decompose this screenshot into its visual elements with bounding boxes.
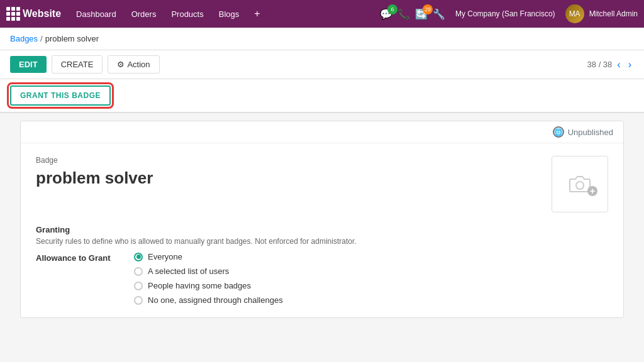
radio-selected-users-label: A selected list of users: [148, 266, 229, 276]
action-button[interactable]: ⚙ Action: [108, 55, 159, 74]
radio-no-one[interactable]: No one, assigned through challenges: [134, 295, 283, 305]
breadcrumb-parent[interactable]: Badges: [10, 34, 38, 43]
nav-blogs[interactable]: Blogs: [213, 6, 246, 23]
avatar[interactable]: MA: [565, 4, 584, 23]
radio-people-badges-circle: [134, 282, 143, 290]
nav-dashboard[interactable]: Dashboard: [70, 6, 123, 23]
chat-icon[interactable]: 💬6: [380, 8, 392, 20]
badge-image-upload[interactable]: +: [552, 156, 608, 212]
brand-logo[interactable]: Website: [23, 8, 61, 19]
allowance-row: Allowance to Grant Everyone A selected l…: [36, 252, 608, 305]
svg-point-0: [576, 182, 584, 189]
add-image-plus-icon: +: [587, 186, 597, 196]
phone-icon[interactable]: 📞: [397, 8, 410, 20]
radio-everyone-label: Everyone: [148, 252, 182, 261]
badge-label: Badge: [36, 156, 539, 165]
grant-bar: GRANT THIS BADGE: [0, 79, 644, 113]
grant-badge-button[interactable]: GRANT THIS BADGE: [10, 85, 111, 106]
radio-selected-users-circle: [134, 267, 143, 276]
company-name[interactable]: My Company (San Francisco): [450, 9, 560, 18]
radio-people-badges[interactable]: People having some badges: [134, 281, 283, 290]
allowance-label: Allowance to Grant: [36, 252, 124, 263]
breadcrumb: Badges / problem solver: [0, 28, 644, 50]
nav-orders[interactable]: Orders: [125, 6, 163, 23]
radio-everyone[interactable]: Everyone: [134, 252, 283, 261]
radio-selected-users[interactable]: A selected list of users: [134, 266, 283, 276]
granting-desc: Security rules to define who is allowed …: [36, 237, 608, 246]
navbar: Website Dashboard Orders Products Blogs …: [0, 0, 644, 28]
breadcrumb-separator: /: [40, 34, 43, 43]
pagination-text: 38 / 38: [587, 60, 613, 69]
main-content: 🌐 Unpublished Badge problem solver +: [0, 113, 644, 360]
publish-status-label: Unpublished: [568, 128, 613, 137]
breadcrumb-current: problem solver: [45, 34, 99, 43]
radio-everyone-circle: [134, 253, 143, 261]
granting-section: Granting Security rules to define who is…: [21, 225, 623, 317]
edit-button[interactable]: EDIT: [10, 56, 47, 73]
publish-bar: 🌐 Unpublished: [21, 121, 623, 143]
action-bar: EDIT CREATE ⚙ Action 38 / 38 ‹ ›: [0, 50, 644, 79]
apps-icon[interactable]: [6, 7, 20, 21]
create-button[interactable]: CREATE: [52, 55, 103, 74]
next-page-button[interactable]: ›: [626, 59, 634, 70]
prev-page-button[interactable]: ‹: [614, 59, 623, 70]
badge-title: problem solver: [36, 168, 539, 188]
avatar-initials: MA: [569, 9, 580, 18]
clock-icon[interactable]: 🔄29: [415, 8, 428, 20]
action-icon: ⚙: [117, 60, 125, 69]
brand-name: Website: [23, 8, 61, 19]
wrench-icon[interactable]: 🔧: [433, 8, 445, 20]
nav-plus-button[interactable]: +: [248, 4, 266, 23]
nav-icons: 💬6 📞 🔄29 🔧 My Company (San Francisco) MA…: [380, 4, 638, 23]
radio-people-badges-label: People having some badges: [148, 281, 251, 290]
radio-group: Everyone A selected list of users People…: [134, 252, 283, 305]
content-card: 🌐 Unpublished Badge problem solver +: [20, 121, 624, 318]
badge-info: Badge problem solver: [36, 156, 539, 198]
camera-icon: +: [569, 174, 591, 195]
globe-icon: 🌐: [553, 126, 564, 138]
granting-desc-text: Security rules to define who is allowed …: [36, 237, 357, 246]
granting-title: Granting: [36, 225, 608, 234]
action-label: Action: [127, 60, 150, 69]
badge-content-area: Badge problem solver +: [21, 143, 623, 225]
radio-no-one-label: No one, assigned through challenges: [148, 295, 283, 305]
admin-name[interactable]: Mitchell Admin: [589, 9, 638, 18]
nav-products[interactable]: Products: [165, 6, 209, 23]
pagination: 38 / 38 ‹ ›: [587, 59, 634, 70]
publish-status-button[interactable]: 🌐 Unpublished: [553, 126, 613, 138]
radio-no-one-circle: [134, 296, 143, 305]
